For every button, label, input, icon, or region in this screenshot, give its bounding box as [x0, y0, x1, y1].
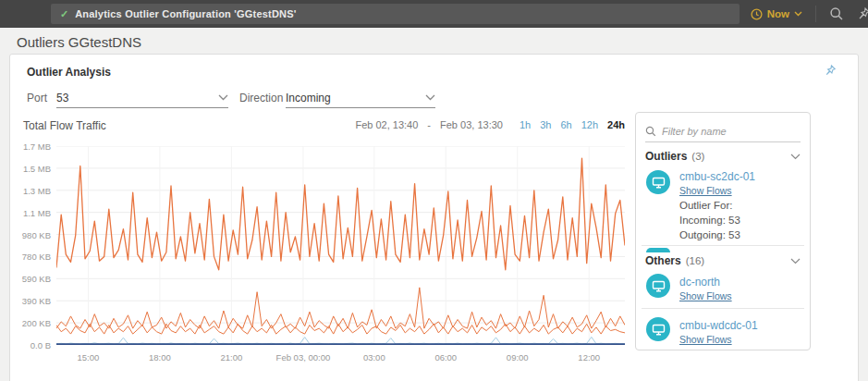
show-flows-link[interactable]: Show Flows	[679, 290, 732, 301]
flow-chart-svg	[56, 146, 625, 345]
others-count: (16)	[686, 255, 704, 266]
host-icon	[646, 317, 670, 341]
chevron-down-icon	[790, 258, 801, 264]
host-name-link[interactable]: cmbu-sc2dc-01	[679, 170, 755, 183]
outlier-analysis-card: Outlier Analysis Port 53 Direction Incom…	[9, 54, 859, 381]
card-pin-icon[interactable]	[824, 64, 837, 81]
y-tick-label: 0.0 B	[31, 340, 51, 350]
direction-select[interactable]: Incoming	[286, 88, 435, 108]
show-flows-link[interactable]: Show Flows	[679, 334, 732, 345]
date-to: Feb 03, 13:30	[440, 119, 503, 130]
host-name-link[interactable]: dc-north	[679, 276, 720, 289]
config-search-bar[interactable]: ✓ Analytics Outlier Configuration 'GGtes…	[51, 4, 740, 24]
range-12h[interactable]: 12h	[581, 119, 598, 130]
chevron-down-icon	[218, 94, 228, 101]
y-tick-label: 1.1 MB	[23, 208, 51, 218]
y-tick-label: 1.7 MB	[23, 141, 51, 152]
monitor-icon	[652, 324, 666, 336]
monitor-icon	[652, 177, 666, 189]
x-axis-labels: 15:0018:0021:00Feb 03, 00:0003:0006:0009…	[56, 352, 625, 365]
port-select[interactable]: 53	[56, 88, 228, 108]
filter-input[interactable]	[662, 126, 791, 137]
x-tick-label: 03:00	[363, 352, 385, 363]
y-tick-label: 590 KB	[22, 274, 51, 284]
divider	[642, 245, 804, 246]
outlier-outgoing: Outgoing: 53	[679, 229, 740, 240]
x-tick-label: 21:00	[221, 352, 243, 363]
search-icon	[645, 126, 656, 137]
host-icon	[646, 274, 670, 298]
others-section-header[interactable]: Others (16)	[645, 254, 801, 267]
series-host-a	[56, 288, 625, 328]
y-tick-label: 1.3 MB	[23, 186, 51, 196]
host-name-link[interactable]: cmbu-wdcdc-01	[679, 319, 758, 332]
x-tick-label: Feb 03, 00:00	[276, 352, 331, 363]
config-label: Analytics Outlier Configuration 'GGtestD…	[75, 8, 296, 19]
port-label: Port	[27, 92, 47, 104]
y-tick-label: 980 KB	[22, 230, 51, 240]
time-now-button[interactable]: Now	[751, 8, 802, 20]
range-3h[interactable]: 3h	[540, 119, 551, 130]
chevron-down-icon	[790, 154, 801, 160]
panel-filter[interactable]	[645, 120, 801, 142]
port-value: 53	[56, 92, 68, 104]
x-tick-label: 12:00	[578, 352, 600, 363]
now-label: Now	[767, 8, 789, 19]
others-title: Others	[645, 254, 681, 267]
series-host-b	[56, 324, 625, 334]
outliers-title: Outliers	[645, 150, 687, 163]
x-tick-label: 15:00	[78, 352, 100, 363]
outliers-section-header[interactable]: Outliers (3)	[645, 150, 801, 163]
host-icon	[646, 170, 670, 194]
divider	[642, 308, 804, 309]
flow-chart[interactable]	[56, 146, 625, 345]
monitor-icon	[652, 280, 666, 292]
date-from: Feb 02, 13:40	[355, 119, 418, 130]
check-icon: ✓	[60, 8, 68, 20]
search-icon[interactable]	[829, 6, 844, 21]
x-tick-label: 18:00	[149, 352, 171, 363]
outlier-incoming: Incoming: 53	[679, 215, 740, 226]
chevron-down-icon	[794, 11, 802, 17]
range-24h[interactable]: 24h	[607, 119, 625, 130]
chevron-down-icon	[425, 94, 435, 101]
show-flows-link[interactable]: Show Flows	[679, 185, 732, 196]
series-total-incoming	[56, 158, 625, 270]
x-tick-label: 09:00	[507, 352, 529, 363]
top-bar: ✓ Analytics Outlier Configuration 'GGtes…	[0, 0, 868, 28]
clock-icon	[751, 8, 763, 20]
pin-icon[interactable]	[857, 6, 868, 21]
range-1h[interactable]: 1h	[520, 119, 531, 130]
outliers-count: (3)	[691, 151, 704, 162]
y-tick-label: 780 KB	[22, 252, 51, 262]
hosts-panel: Outliers (3) cmbu-sc2dc-01 Show Flows Ou…	[635, 112, 811, 350]
direction-value: Incoming	[286, 92, 331, 104]
y-tick-label: 200 KB	[22, 318, 51, 328]
chart-title: Total Flow Traffic	[23, 119, 106, 132]
section-title: Outlier Analysis	[27, 66, 111, 79]
range-6h[interactable]: 6h	[560, 119, 571, 130]
direction-label: Direction	[239, 92, 283, 104]
x-tick-label: 06:00	[434, 352, 457, 363]
y-axis-labels: 1.7 MB1.5 MB1.3 MB1.1 MB980 KB780 KB590 …	[10, 146, 51, 345]
page-title: Outliers GGtestDNS	[17, 34, 141, 50]
y-tick-label: 1.5 MB	[23, 164, 51, 174]
header-separator	[815, 6, 816, 22]
series-host-c	[56, 337, 625, 344]
date-separator: -	[427, 119, 431, 130]
y-tick-label: 390 KB	[22, 296, 51, 306]
outlier-for-label: Outlier For:	[679, 200, 733, 211]
chart-range-row: Feb 02, 13:40 - Feb 03, 13:30 1h 3h 6h 1…	[315, 119, 625, 130]
clipped-host-icon	[646, 248, 670, 252]
